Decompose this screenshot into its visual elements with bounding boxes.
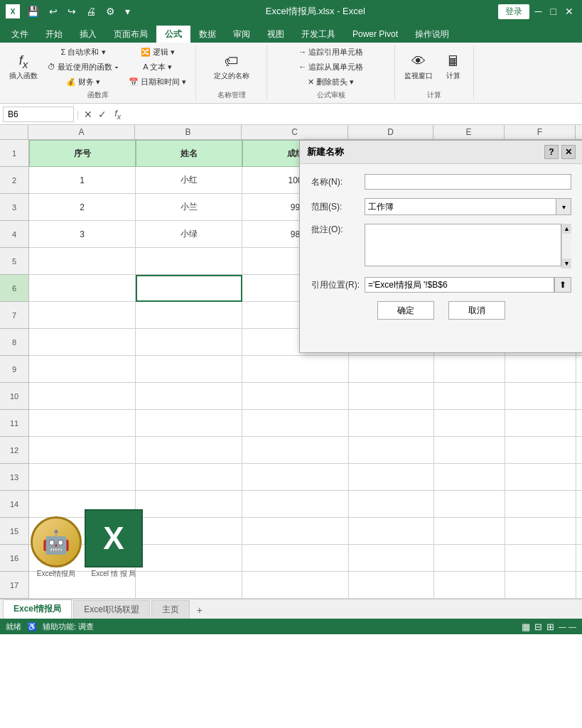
cell-b17[interactable] [136, 572, 242, 599]
row-header-12[interactable]: 12 [0, 437, 28, 464]
cell-d17[interactable] [349, 572, 434, 599]
cell-a2[interactable]: 1 [29, 167, 136, 194]
cell-b8[interactable] [136, 329, 242, 356]
cell-a9[interactable] [29, 356, 136, 383]
cell-b7[interactable] [136, 302, 242, 329]
cell-g11[interactable] [576, 410, 582, 437]
col-header-a[interactable]: A [28, 125, 135, 139]
tab-help[interactable]: 操作说明 [406, 26, 458, 43]
tab-insert[interactable]: 插入 [71, 26, 105, 43]
close-btn[interactable]: ✕ [562, 4, 576, 18]
tab-file[interactable]: 文件 [3, 26, 37, 43]
cell-b5[interactable] [136, 248, 242, 275]
name-box[interactable] [3, 107, 74, 122]
cell-g10[interactable] [576, 383, 582, 410]
col-header-e[interactable]: E [433, 125, 505, 139]
normal-view-btn[interactable]: ▦ [522, 621, 530, 632]
cell-c9[interactable] [242, 356, 349, 383]
maximize-btn[interactable]: □ [548, 4, 559, 18]
cell-b14[interactable] [136, 491, 242, 518]
cell-d13[interactable] [349, 464, 434, 491]
cell-b6[interactable] [136, 275, 242, 302]
cell-b4[interactable]: 小绿 [136, 221, 242, 248]
dialog-name-input[interactable] [365, 174, 571, 190]
dialog-ref-input[interactable] [365, 277, 554, 293]
row-header-1[interactable]: 1 [0, 140, 28, 167]
text-btn[interactable]: A 文本 ▾ [125, 60, 190, 74]
cell-a11[interactable] [29, 410, 136, 437]
cell-c15[interactable] [242, 518, 349, 545]
confirm-formula-btn[interactable]: ✓ [96, 109, 109, 120]
row-header-10[interactable]: 10 [0, 383, 28, 410]
cell-b16[interactable] [136, 545, 242, 572]
cell-b9[interactable] [136, 356, 242, 383]
undo-btn[interactable]: ↩ [46, 4, 60, 18]
custom-btn[interactable]: ⚙ [103, 4, 118, 18]
row-header-17[interactable]: 17 [0, 572, 28, 599]
print-btn[interactable]: 🖨 [83, 4, 99, 18]
row-header-15[interactable]: 15 [0, 518, 28, 545]
cell-c14[interactable] [242, 491, 349, 518]
login-button[interactable]: 登录 [498, 4, 529, 19]
cancel-formula-btn[interactable]: ✕ [82, 109, 95, 120]
row-header-3[interactable]: 3 [0, 194, 28, 221]
col-header-c[interactable]: C [242, 125, 348, 139]
cell-a13[interactable] [29, 464, 136, 491]
cell-e14[interactable] [434, 491, 505, 518]
cell-a10[interactable] [29, 383, 136, 410]
cell-c13[interactable] [242, 464, 349, 491]
cell-a12[interactable] [29, 437, 136, 464]
cell-d11[interactable] [349, 410, 434, 437]
cell-b1[interactable]: 姓名 [136, 140, 242, 167]
cell-b15[interactable] [136, 518, 242, 545]
tab-powerpivot[interactable]: Power Pivot [344, 26, 406, 43]
cell-c12[interactable] [242, 437, 349, 464]
cell-e10[interactable] [434, 383, 505, 410]
row-header-2[interactable]: 2 [0, 167, 28, 194]
cell-b12[interactable] [136, 437, 242, 464]
cell-c17[interactable] [242, 572, 349, 599]
tab-home[interactable]: 开始 [37, 26, 71, 43]
cell-f12[interactable] [505, 437, 576, 464]
dialog-scope-select[interactable]: 工作簿 [365, 198, 571, 215]
tab-layout[interactable]: 页面布局 [105, 26, 156, 43]
dialog-cancel-button[interactable]: 取消 [448, 301, 505, 320]
cell-d9[interactable] [349, 356, 434, 383]
calculate-btn[interactable]: 🖩 计算 [439, 51, 468, 83]
cell-f14[interactable] [505, 491, 576, 518]
cell-d15[interactable] [349, 518, 434, 545]
tab-view[interactable]: 视图 [259, 26, 293, 43]
finance-btn[interactable]: 💰 财务 ▾ [44, 75, 122, 89]
dialog-help-btn[interactable]: ? [544, 145, 559, 159]
cell-g17[interactable] [576, 572, 582, 599]
tab-review[interactable]: 审阅 [225, 26, 259, 43]
save-quick-btn[interactable]: 💾 [24, 4, 42, 18]
cell-f17[interactable] [505, 572, 576, 599]
cell-g12[interactable] [576, 437, 582, 464]
cell-g14[interactable] [576, 491, 582, 518]
remove-arrow-btn[interactable]: ✕ 删除箭头 ▾ [295, 75, 367, 89]
cell-g16[interactable] [576, 545, 582, 572]
tab-formula[interactable]: 公式 [156, 26, 190, 43]
cell-d14[interactable] [349, 491, 434, 518]
autosum-btn[interactable]: Σ 自动求和 ▾ [44, 45, 122, 59]
date-btn[interactable]: 📅 日期和时间 ▾ [125, 75, 190, 89]
trace-ref-btn[interactable]: → 追踪引用单元格 [295, 45, 367, 59]
dialog-scope-arrow[interactable]: ▾ [556, 198, 571, 215]
cell-c16[interactable] [242, 545, 349, 572]
sheet-tab-home[interactable]: 主页 [151, 600, 190, 619]
cell-b13[interactable] [136, 464, 242, 491]
row-header-6[interactable]: 6 [0, 275, 28, 302]
cell-d16[interactable] [349, 545, 434, 572]
more-btn[interactable]: ▾ [122, 4, 133, 18]
cell-b10[interactable] [136, 383, 242, 410]
cell-f13[interactable] [505, 464, 576, 491]
dialog-ok-button[interactable]: 确定 [377, 301, 434, 320]
cell-d12[interactable] [349, 437, 434, 464]
row-header-4[interactable]: 4 [0, 221, 28, 248]
tab-data[interactable]: 数据 [190, 26, 225, 43]
col-header-g[interactable]: G [576, 125, 582, 139]
col-header-f[interactable]: F [505, 125, 576, 139]
tab-developer[interactable]: 开发工具 [293, 26, 344, 43]
cell-f16[interactable] [505, 545, 576, 572]
